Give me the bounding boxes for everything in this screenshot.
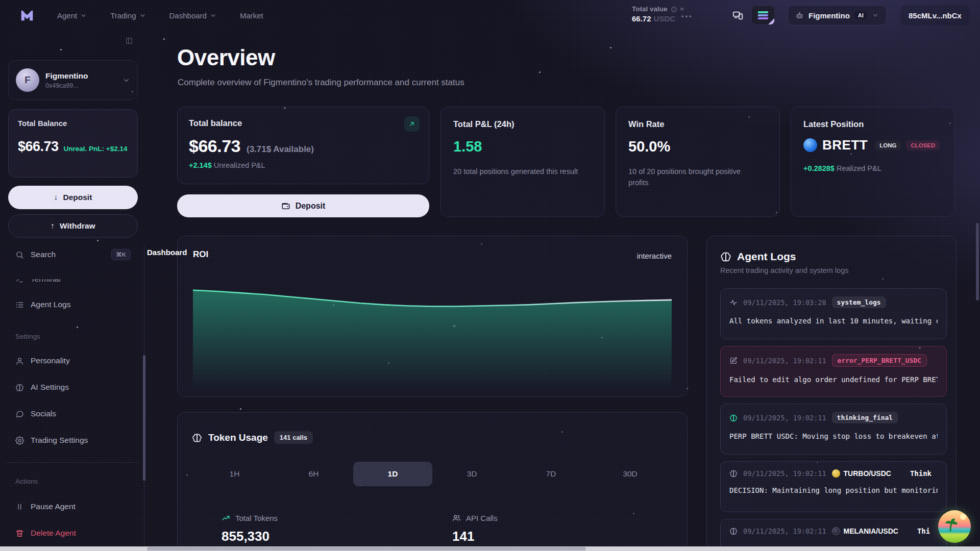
- pnl-description: 20 total positions generated this result: [453, 166, 581, 178]
- nav-dashboard-label: Dashboard: [169, 11, 207, 20]
- ai-settings-label: AI Settings: [31, 383, 69, 392]
- sidebar-item-delete-agent[interactable]: Delete Agent: [15, 529, 131, 538]
- tab-30d[interactable]: 30D: [591, 462, 670, 486]
- devices-button[interactable]: [727, 6, 749, 25]
- avatar: F: [16, 68, 39, 92]
- tab-1h[interactable]: 1H: [195, 462, 274, 486]
- sidebar-scrollbar-thumb[interactable]: [143, 355, 145, 481]
- activity-icon: [729, 298, 738, 307]
- chevron-down-icon: [139, 12, 146, 19]
- log-pair-name: MELANIA/USDC: [844, 527, 898, 535]
- nav-agent[interactable]: Agent: [57, 11, 87, 20]
- agent-logs-subtitle: Recent trading activity and system logs: [720, 266, 943, 274]
- keyboard-shortcut-badge: ⌘K: [111, 249, 131, 260]
- realized-pnl-value: +0.2828$: [803, 164, 835, 172]
- agent-profile-card[interactable]: F Figmentino 0x49ca99...: [8, 60, 138, 100]
- brain-icon: [729, 527, 738, 535]
- sidebar-item-trading-settings[interactable]: Trading Settings: [15, 436, 131, 445]
- card-title: Latest Position: [803, 119, 942, 129]
- agent-name: Figmentino: [808, 11, 850, 20]
- sidebar-deposit-button[interactable]: ↓ Deposit: [8, 186, 138, 209]
- list-icon: [15, 300, 24, 309]
- sidebar-withdraw-button[interactable]: ↑ Withdraw: [8, 214, 138, 238]
- corner-triangle-decoration: [768, 18, 775, 25]
- log-timestamp: 09/11/2025, 19:02:11: [743, 527, 826, 535]
- trend-up-icon: [222, 514, 230, 522]
- log-entry-error[interactable]: 09/11/2025, 19:02:11 error_PERP_BRETT_US…: [720, 346, 947, 397]
- nav-agent-label: Agent: [57, 11, 77, 20]
- wallet-address-button[interactable]: 85cMLv...nbCx: [900, 5, 970, 26]
- token-usage-card: Token Usage 141 calls 1H 6H 1D 3D 7D 30D…: [177, 412, 688, 551]
- melania-coin-icon: [832, 527, 840, 535]
- total-balance-card: Total balance $66.73 (3.71$ Available) +…: [177, 107, 429, 184]
- unrealized-pnl-suffix: Unrealized P&L: [212, 161, 265, 169]
- log-entry[interactable]: 09/11/2025, 19:02:11 TURBO/USDC Think DE…: [720, 461, 947, 512]
- sidebar-item-terminal[interactable]: Terminal: [15, 274, 131, 284]
- card-title: Total balance: [189, 118, 418, 128]
- island-widget-button[interactable]: [938, 510, 971, 543]
- tab-3d[interactable]: 3D: [432, 462, 511, 486]
- log-list: 09/11/2025, 19:03:28 system_logs All tok…: [720, 288, 947, 551]
- balance-unrealized-pnl: Unreal. PnL: +$2.14: [64, 145, 128, 153]
- vertical-scrollbar-thumb[interactable]: [976, 223, 979, 300]
- page-title: Overview: [177, 45, 275, 70]
- api-calls-stat: API Calls 141 Avg per hour: [452, 514, 500, 551]
- arrow-up-icon: ↑: [51, 221, 55, 231]
- total-balance-card: Total Balance $66.73 Unreal. PnL: +$2.14: [8, 109, 138, 178]
- agent-selector-button[interactable]: Figmentino AI: [788, 5, 887, 26]
- log-timestamp: 09/11/2025, 19:02:11: [743, 357, 826, 365]
- sidebar-item-personality[interactable]: Personality: [15, 356, 131, 365]
- wallet-icon: [281, 202, 290, 211]
- app-logo[interactable]: [18, 6, 36, 26]
- balance-label: Total Balance: [18, 119, 128, 128]
- nav-market[interactable]: Market: [240, 11, 263, 20]
- terminal-icon: [15, 275, 24, 284]
- log-timestamp: 09/11/2025, 19:02:11: [743, 414, 826, 422]
- horizontal-scrollbar-thumb[interactable]: [147, 547, 586, 550]
- arrow-up-right-icon: [408, 120, 415, 128]
- balance-amount: $66.73: [18, 139, 59, 155]
- horizontal-scrollbar[interactable]: [0, 546, 980, 551]
- nav-trading[interactable]: Trading: [110, 11, 145, 20]
- info-icon[interactable]: [671, 6, 677, 13]
- log-entry[interactable]: 09/11/2025, 19:02:11 thinking_final PERP…: [720, 404, 947, 455]
- position-symbol: BRETT: [822, 137, 868, 153]
- solana-network-button[interactable]: [751, 6, 775, 25]
- ai-badge: AI: [854, 11, 867, 19]
- roi-line-chart[interactable]: [193, 283, 672, 391]
- total-value-amount: 66.72: [632, 14, 651, 23]
- log-entry[interactable]: 09/11/2025, 19:03:28 system_logs All tok…: [720, 288, 947, 339]
- nav-trading-label: Trading: [110, 11, 136, 20]
- external-link-button[interactable]: [404, 116, 420, 132]
- nav-dashboard[interactable]: Dashboard: [169, 11, 216, 20]
- search-label: Search: [31, 250, 56, 259]
- unrealized-pnl-value: +2.14$: [189, 161, 212, 169]
- tab-7d[interactable]: 7D: [511, 462, 591, 486]
- total-tokens-value: 855,330: [222, 529, 317, 544]
- sidebar-search[interactable]: Search ⌘K: [15, 249, 131, 260]
- deposit-button[interactable]: Deposit: [177, 194, 429, 217]
- sidebar-item-socials[interactable]: Socials: [15, 409, 131, 418]
- tab-6h[interactable]: 6H: [274, 462, 353, 486]
- log-trailing-text: Think: [910, 469, 932, 478]
- panel-toggle-icon[interactable]: [125, 36, 133, 45]
- dashboard-label: Dashboard: [147, 248, 187, 257]
- sidebar-item-pause-agent[interactable]: Pause Agent: [15, 502, 131, 511]
- log-message: DECISION: Maintaining long position but …: [729, 486, 938, 494]
- total-pnl-card: Total P&L (24h) 1.58 20 total positions …: [440, 107, 605, 217]
- log-message: PERP_BRETT_USDC: Moving stop loss to bre…: [729, 432, 938, 440]
- agent-logs-title: Agent Logs: [737, 251, 796, 263]
- available-amount: (3.71$ Available): [247, 144, 314, 155]
- tab-1d[interactable]: 1D: [353, 462, 432, 486]
- user-icon: [15, 357, 24, 365]
- sidebar-item-agent-logs[interactable]: Agent Logs: [15, 300, 131, 309]
- deposit-label: Deposit: [296, 202, 326, 211]
- win-rate-description: 10 of 20 positions brought positive prof…: [628, 166, 756, 189]
- more-options-icon[interactable]: •••: [681, 12, 693, 20]
- api-calls-value: 141: [452, 529, 500, 544]
- balance-amount: $66.73: [189, 136, 240, 156]
- card-title: Win Rate: [628, 119, 767, 129]
- arrow-down-icon: ↓: [54, 193, 58, 202]
- sidebar-item-ai-settings[interactable]: AI Settings: [15, 383, 131, 392]
- edit-icon: [729, 357, 738, 365]
